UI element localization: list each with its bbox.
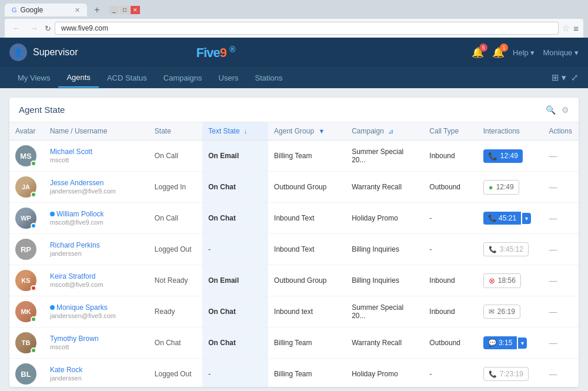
row-action-btn[interactable]: —	[549, 182, 557, 192]
cell-agent-group: Billing Team	[268, 141, 346, 172]
bookmark-btn[interactable]: ☆	[562, 23, 570, 34]
sort-icon: ↓	[244, 128, 248, 135]
agent-username: mscott@five9.com	[50, 281, 103, 288]
refresh-btn[interactable]: ↻	[45, 24, 51, 33]
address-input[interactable]	[55, 22, 559, 35]
nav-my-views[interactable]: My Views	[9, 69, 58, 87]
table-row: RP Richard Perkins janderssen Logged Out…	[9, 234, 579, 265]
row-action-btn[interactable]: —	[549, 338, 557, 347]
cell-call-type: Inbound	[423, 296, 477, 327]
nav-grid-icon[interactable]: ⊞ ▾	[552, 72, 566, 83]
cell-avatar: WP	[9, 203, 44, 234]
cell-actions: —	[543, 327, 579, 359]
cell-campaign: Warranty Recall	[346, 327, 423, 359]
cell-call-type: Outbound	[423, 327, 477, 359]
agent-name-link[interactable]: Tymothy Brown	[50, 335, 99, 343]
cell-avatar: MS	[9, 141, 44, 172]
cell-actions: —	[543, 265, 579, 296]
nav-acd-status[interactable]: ACD Status	[99, 69, 155, 87]
cell-name: Monique Sparks janderssen@five9.com	[44, 296, 149, 327]
timer-dropdown-btn[interactable]: ▾	[522, 213, 531, 224]
cell-agent-group: Inbound text	[268, 296, 346, 327]
cell-campaign: Holiday Promo	[346, 359, 423, 387]
filter-icon-agent-group[interactable]: ▼	[318, 128, 325, 135]
user-menu-btn[interactable]: Monique ▾	[543, 48, 579, 57]
agent-name-link[interactable]: William Pollock	[56, 210, 104, 218]
cell-agent-group: Inbound Text	[268, 234, 346, 265]
agent-name-link[interactable]: Keira Stratford	[50, 272, 95, 280]
nav-campaigns[interactable]: Campaigns	[155, 69, 211, 87]
cell-agent-group: Outbound Group	[268, 265, 346, 296]
cell-actions: —	[543, 141, 579, 172]
panel-search-icon[interactable]: 🔍	[546, 105, 556, 115]
cell-interactions: 📞 12:49	[477, 141, 543, 172]
menu-btn[interactable]: ≡	[573, 24, 579, 34]
nav-stations[interactable]: Stations	[247, 69, 291, 87]
cell-avatar: KS	[9, 265, 44, 296]
cell-name: Keira Stratford mscott@five9.com	[44, 265, 149, 296]
browser-tab-bar: G Google ✕ + _ □ ✕	[5, 4, 583, 16]
cell-text-state: On Chat	[202, 296, 268, 327]
help-btn[interactable]: Help ▾	[513, 48, 534, 57]
forward-btn[interactable]: →	[27, 22, 41, 34]
table-row: KS Keira Stratford mscott@five9.com Not …	[9, 265, 579, 296]
alerts-badge: 1	[500, 44, 508, 52]
row-action-btn[interactable]: —	[549, 213, 557, 223]
alerts-btn[interactable]: 🔔 1	[492, 46, 505, 59]
agent-username: janderssen@five9.com	[50, 188, 116, 195]
col-header-call-type[interactable]: Call Type	[423, 122, 477, 141]
agent-name-link[interactable]: Monique Sparks	[56, 303, 108, 312]
timer-dropdown-btn[interactable]: ▾	[518, 337, 527, 349]
close-btn[interactable]: ✕	[131, 6, 140, 14]
new-tab-btn[interactable]: +	[91, 4, 103, 16]
col-header-avatar: Avatar	[9, 122, 44, 141]
cell-call-type: Outbound	[423, 172, 477, 203]
cell-text-state: On Email	[202, 265, 268, 296]
row-action-btn[interactable]: —	[549, 245, 557, 254]
col-header-agent-group[interactable]: Agent Group ▼	[268, 122, 346, 141]
col-header-name[interactable]: Name / Username	[44, 122, 149, 141]
cell-state: Logged In	[149, 172, 202, 203]
row-action-btn[interactable]: —	[549, 151, 557, 161]
nav-expand-icon[interactable]: ⤢	[571, 72, 579, 83]
nav-bar: My Views Agents ACD Status Campaigns Use…	[0, 67, 588, 88]
nav-agents[interactable]: Agents	[58, 68, 98, 88]
table-row: WP William Pollock mscott@five9.com On C…	[9, 203, 579, 234]
cell-name: William Pollock mscott@five9.com	[44, 203, 149, 234]
col-header-text-state[interactable]: Text State ↓	[202, 122, 268, 141]
cell-campaign: Summer Special 20...	[346, 141, 423, 172]
minimize-btn[interactable]: _	[109, 6, 119, 14]
table-row: MS Michael Scott mscott On Call On Email…	[9, 141, 579, 172]
filter-icon-campaign[interactable]: ⊿	[388, 128, 393, 135]
logo-nine: 9	[220, 45, 226, 60]
col-header-campaign[interactable]: Campaign ⊿	[346, 122, 423, 141]
table-row: BL Kate Rock janderssen Logged Out - Bil…	[9, 359, 579, 387]
cell-actions: —	[543, 234, 579, 265]
table-row: TB Tymothy Brown mscott On Chat On Chat …	[9, 327, 579, 359]
back-btn[interactable]: ←	[9, 22, 24, 34]
row-action-btn[interactable]: —	[549, 369, 557, 379]
cell-text-state: -	[202, 359, 268, 387]
maximize-btn[interactable]: □	[120, 6, 129, 14]
cell-interactions: 📞 45:21▾	[477, 203, 543, 234]
cell-interactions: 📞 7:23:19	[477, 359, 543, 387]
col-header-state[interactable]: State	[149, 122, 202, 141]
agent-name-link[interactable]: Michael Scott	[50, 148, 92, 156]
app-title: Supervisor	[33, 47, 78, 58]
cell-avatar: MK	[9, 296, 44, 327]
tab-close-btn[interactable]: ✕	[75, 6, 80, 14]
notifications-btn[interactable]: 🔔 5	[472, 46, 484, 59]
agent-username: janderssen	[50, 250, 82, 257]
agent-name-link[interactable]: Jesse Anderssen	[50, 179, 103, 187]
agent-name-link[interactable]: Richard Perkins	[50, 241, 100, 249]
row-action-btn[interactable]: —	[549, 276, 557, 285]
panel-settings-icon[interactable]: ⚙	[562, 105, 569, 115]
cell-call-type: Inbound	[423, 265, 477, 296]
cell-call-type: -	[423, 203, 477, 234]
col-header-interactions: Interactions	[477, 122, 543, 141]
row-action-btn[interactable]: —	[549, 307, 557, 316]
nav-users[interactable]: Users	[211, 69, 247, 87]
browser-tab[interactable]: G Google ✕	[5, 4, 87, 16]
panel-header-actions: 🔍 ⚙	[546, 105, 569, 115]
agent-name-link[interactable]: Kate Rock	[50, 366, 82, 374]
